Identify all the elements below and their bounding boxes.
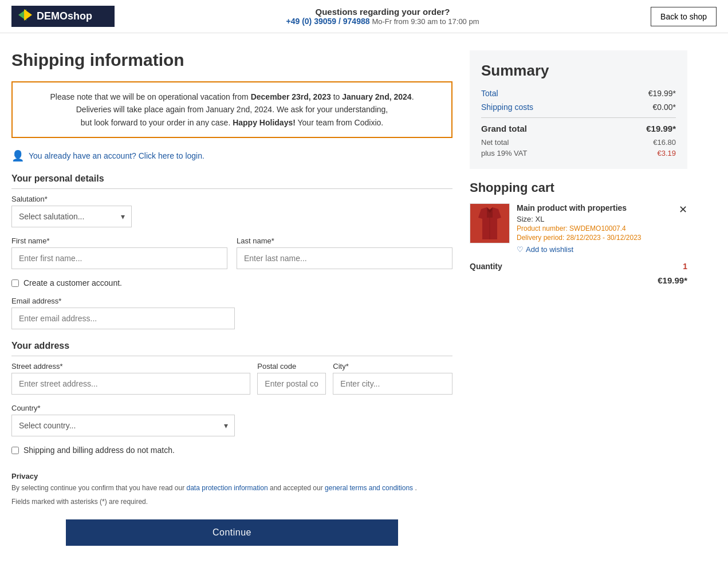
postal-input[interactable] [257,373,326,395]
vat-row: plus 19% VAT €3.19 [481,149,676,157]
cart-product-image [470,203,510,243]
summary-divider [481,117,676,118]
product-num-value: SWDEMO10007.4 [569,224,626,233]
privacy-section: Privacy By selecting continue you confir… [11,472,452,506]
quantity-value: 1 [683,262,687,271]
right-column: Summary Total €19.99* Shipping costs €0.… [470,50,687,285]
cart-size: Size: XL [517,215,674,223]
left-column: Shipping information Please note that we… [11,50,470,546]
salutation-select-wrapper: Select salutation... Mr. Mrs. Diverse [11,206,132,227]
lastname-input[interactable] [237,247,452,269]
total-label: Total [481,89,498,98]
cart-delivery: Delivery period: 28/12/2023 - 30/12/2023 [517,234,674,242]
vat-value: €3.19 [657,149,676,157]
privacy-title: Privacy [11,472,452,480]
create-account-label[interactable]: Create a customer account. [23,278,122,287]
name-row: First name* Last name* [11,237,452,269]
salutation-label: Salutation* [11,195,452,203]
cart-price: €19.99* [658,275,687,285]
address-section: Your address Street address* Postal code… [11,341,452,455]
size-value: XL [536,215,545,223]
notice-line3: but look forward to your order in any ca… [24,116,440,129]
login-link[interactable]: You already have an account? Click here … [29,151,204,160]
country-select-wrapper: Select country... Germany Austria Switze… [11,415,235,436]
cart-product-number: Product number: SWDEMO10007.4 [517,224,674,233]
personal-section-title: Your personal details [11,174,452,189]
contact-phone: +49 (0) 39059 / 974988 [286,17,370,26]
salutation-group: Salutation* Select salutation... Mr. Mrs… [11,195,452,227]
back-to-shop-button[interactable]: Back to shop [651,7,717,26]
heart-icon: ♡ [517,245,524,254]
billing-address-label[interactable]: Shipping and billing address do not matc… [23,446,175,455]
shipping-label: Shipping costs [481,103,533,112]
data-protection-link[interactable]: data protection information [187,484,268,492]
login-link-row: 👤 You already have an account? Click her… [11,149,452,162]
firstname-input[interactable] [11,247,227,269]
summary-panel: Summary Total €19.99* Shipping costs €0.… [470,50,687,169]
continue-btn-wrapper: Continue [11,519,452,546]
product-num-label: Product number: [517,224,568,233]
email-label: Email address* [11,297,452,305]
email-input[interactable] [11,308,235,329]
grand-total-row: Grand total €19.99* [481,124,676,133]
city-label: City* [333,362,452,371]
privacy-text2: and accepted our [270,484,325,492]
total-value: €19.99* [648,89,676,98]
header: DEMOshop Questions regarding your order?… [0,0,728,33]
size-label: Size: [517,215,533,223]
privacy-text1: By selecting continue you confirm that y… [11,484,187,492]
terms-link[interactable]: general terms and conditions [325,484,413,492]
firstname-label: First name* [11,237,227,245]
shipping-value: €0.00* [653,103,676,112]
main-layout: Shipping information Please note that we… [0,33,728,563]
summary-title: Summary [481,62,676,80]
delivery-period: 28/12/2023 - 30/12/2023 [566,234,642,242]
country-label: Country* [11,404,452,412]
notice-date1: December 23rd, 2023 [251,92,331,101]
city-col: City* [333,362,452,395]
grand-total-label: Grand total [481,124,527,133]
lastname-col: Last name* [237,237,452,269]
jacket-svg [475,206,504,241]
delivery-label: Delivery period: [517,234,564,242]
street-label: Street address* [11,362,250,371]
notice-date2: January 2nd, 2024 [342,92,411,101]
postal-label: Postal code [257,362,326,371]
cart-item: Main product with properties Size: XL Pr… [470,203,687,254]
summary-shipping-row: Shipping costs €0.00* [481,103,676,112]
billing-address-checkbox[interactable] [11,447,19,454]
address-section-title: Your address [11,341,452,356]
street-col: Street address* [11,362,250,395]
street-input[interactable] [11,373,250,395]
billing-checkbox-row: Shipping and billing address do not matc… [11,446,452,455]
logo: DEMOshop [11,6,115,27]
cart-title: Shopping cart [470,180,687,195]
page-title: Shipping information [11,50,452,70]
vat-label: plus 19% VAT [481,149,527,157]
add-to-wishlist-link[interactable]: ♡ Add to wishlist [517,245,674,254]
city-input[interactable] [333,373,452,395]
cart-details: Main product with properties Size: XL Pr… [517,203,687,254]
personal-section: Your personal details Salutation* Select… [11,174,452,329]
summary-total-row: Total €19.99* [481,89,676,98]
privacy-text3: . [415,484,416,492]
contact-question: Questions regarding your order? [286,7,479,17]
header-contact: Questions regarding your order? +49 (0) … [286,7,479,26]
email-group: Email address* [11,297,452,329]
lastname-label: Last name* [237,237,452,245]
notice-line1: Please note that we will be on operation… [24,90,440,103]
cart-remove-button[interactable]: ✕ [679,203,687,216]
logo-text: DEMOshop [37,10,92,22]
cart-quantity-row: Quantity 1 [470,262,687,271]
net-value: €16.80 [653,138,676,147]
create-account-checkbox[interactable] [11,279,19,287]
notice-box: Please note that we will be on operation… [11,81,452,138]
salutation-select[interactable]: Select salutation... Mr. Mrs. Diverse [11,206,132,227]
continue-button[interactable]: Continue [66,519,398,546]
wishlist-label: Add to wishlist [526,245,573,254]
country-select[interactable]: Select country... Germany Austria Switze… [11,415,235,436]
grand-total-value: €19.99* [646,124,676,133]
create-account-text: Create a customer account. [23,278,122,287]
required-note: Fields marked with asterisks (*) are req… [11,498,452,506]
cart-price-row: €19.99* [470,275,687,285]
